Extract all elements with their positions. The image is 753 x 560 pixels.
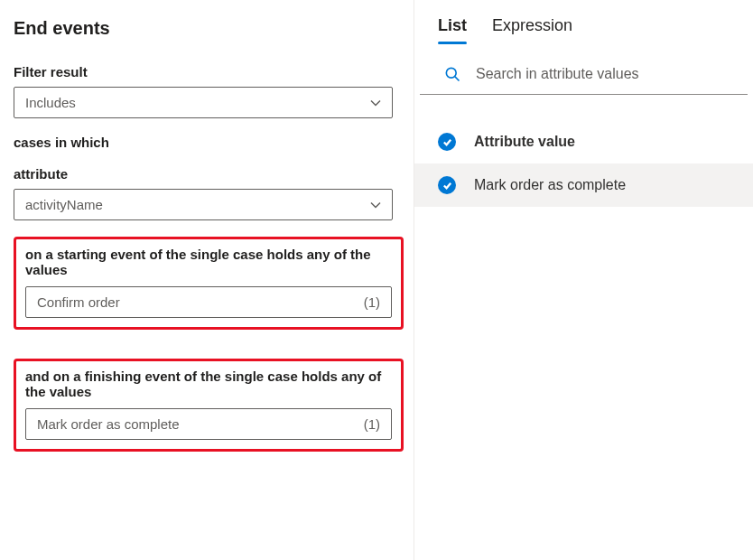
starting-event-label: on a starting event of the single case h…	[25, 247, 392, 277]
filter-result-dropdown[interactable]: Includes	[14, 87, 393, 118]
check-icon	[438, 176, 456, 194]
list-item[interactable]: Mark order as complete	[414, 163, 753, 207]
search-input[interactable]	[476, 66, 724, 82]
attribute-label: attribute	[14, 166, 400, 182]
page-title: End events	[14, 18, 400, 39]
finishing-event-count: (1)	[364, 416, 380, 432]
chevron-down-icon	[370, 98, 381, 108]
svg-line-1	[455, 77, 460, 81]
finishing-event-highlight: and on a finishing event of the single c…	[14, 359, 404, 452]
filter-result-label: Filter result	[14, 64, 400, 79]
starting-event-highlight: on a starting event of the single case h…	[14, 237, 404, 330]
svg-point-0	[446, 68, 456, 78]
starting-event-input[interactable]: Confirm order (1)	[25, 286, 392, 318]
attribute-value-header-label: Attribute value	[474, 134, 575, 150]
starting-event-value: Confirm order	[37, 294, 120, 310]
finishing-event-input[interactable]: Mark order as complete (1)	[25, 408, 392, 440]
starting-event-count: (1)	[364, 294, 380, 310]
tab-list[interactable]: List	[438, 16, 467, 42]
check-icon	[438, 133, 456, 151]
finishing-event-label: and on a finishing event of the single c…	[25, 369, 392, 399]
chevron-down-icon	[370, 200, 381, 210]
tab-expression[interactable]: Expression	[492, 16, 572, 42]
finishing-event-value: Mark order as complete	[37, 416, 180, 432]
list-item-label: Mark order as complete	[474, 177, 626, 193]
search-row	[420, 43, 748, 95]
filter-result-value: Includes	[25, 95, 76, 110]
tabs: List Expression	[414, 16, 753, 43]
search-icon	[443, 65, 461, 83]
attribute-dropdown[interactable]: activityName	[14, 189, 393, 220]
cases-in-which-text: cases in which	[14, 135, 400, 150]
attribute-value-header[interactable]: Attribute value	[414, 120, 753, 163]
attribute-value: activityName	[25, 197, 103, 212]
